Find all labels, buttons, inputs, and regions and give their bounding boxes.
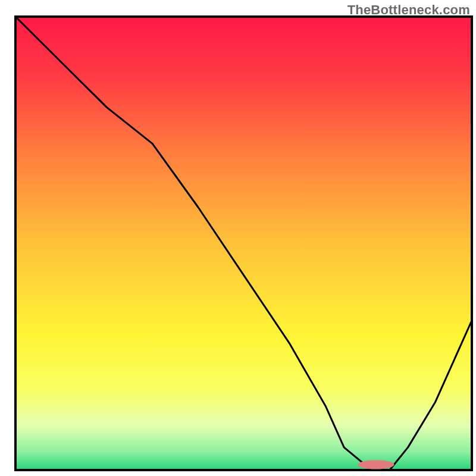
bottleneck-chart bbox=[0, 0, 476, 476]
chart-stage: TheBottleneck.com bbox=[0, 0, 476, 476]
optimal-range-marker bbox=[358, 460, 394, 469]
watermark-text: TheBottleneck.com bbox=[347, 2, 470, 18]
